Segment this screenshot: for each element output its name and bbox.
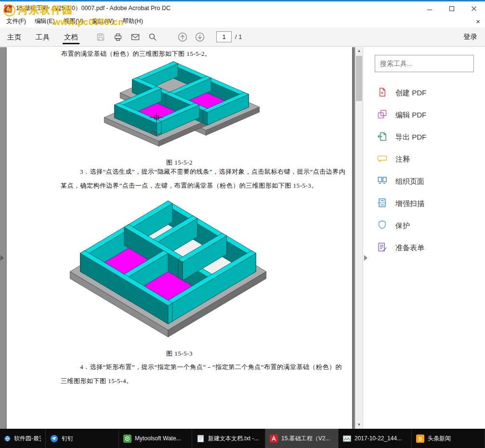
prepare-form-icon (377, 242, 388, 255)
tool-label: 编辑 PDF (395, 111, 426, 120)
paragraph3-line2: 某点，确定构件边界”点击一点，左键，布置的满堂基（粉色）的三维图形如下图 15-… (61, 181, 318, 190)
enhance-scans-icon (377, 197, 388, 210)
tool-item-export-pdf[interactable]: 导出 PDF (375, 126, 476, 148)
main-area: 布置的满堂基础（粉色）的三维图形如下图 15-5-2。 图 15-5-2 3．选… (0, 47, 485, 429)
tool-item-edit-pdf[interactable]: 编辑 PDF (375, 104, 476, 126)
tool-item-create-pdf[interactable]: 创建 PDF (375, 82, 476, 104)
page-total-label: / 1 (235, 33, 242, 40)
acrobat-icon (270, 435, 278, 443)
taskbar-item-dingtalk[interactable]: 钉钉 (46, 429, 119, 448)
document-viewport: 布置的满堂基础（粉色）的三维图形如下图 15-5-2。 图 15-5-2 3．选… (0, 47, 363, 429)
tool-item-comment[interactable]: 注释 (375, 148, 476, 170)
dingtalk-icon (50, 435, 58, 443)
tool-item-protect[interactable]: 保护 (375, 215, 476, 237)
paragraph4-line2: 三维图形如下图 15-5-4。 (61, 377, 132, 385)
paragraph4-line1: 4．选择“矩形布置”，提示“指定第一个角点”－“指定第二个角点”布置的满堂基础（… (80, 363, 342, 371)
tool-label: 准备表单 (395, 243, 424, 253)
paragraph-intro: 布置的满堂基础（粉色）的三维图形如下图 15-5-2。 (61, 50, 211, 58)
tool-item-enhance-scans[interactable]: 增强扫描 (375, 192, 476, 215)
left-panel-expand-icon[interactable] (0, 255, 4, 261)
tool-list: 创建 PDF 编辑 PDF 导出 PDF (375, 82, 476, 259)
tool-label: 增强扫描 (395, 199, 424, 208)
image-file-icon (343, 435, 351, 443)
save-button[interactable] (92, 28, 109, 46)
tool-label: 组织页面 (395, 177, 424, 186)
comment-icon (377, 153, 388, 166)
email-button[interactable] (127, 28, 144, 46)
taskbar-item-browser[interactable]: 软件园-最安... (0, 429, 46, 448)
tool-label: 导出 PDF (395, 133, 426, 142)
tool-item-prepare-form[interactable]: 准备表单 (375, 237, 476, 259)
acrobat-app-icon (4, 5, 12, 13)
figure-15-5-3 (68, 198, 268, 339)
tab-home[interactable]: 主页 (0, 27, 28, 47)
tool-label: 保护 (395, 221, 410, 230)
next-page-button[interactable] (191, 28, 209, 46)
toolbar: 主页 工具 文档 / 1 登录 (0, 27, 485, 47)
title-bar: 15.基础工程（V25.1.0）0007.pdf - Adobe Acrobat… (0, 0, 485, 15)
sogou-news-icon: S (416, 435, 424, 443)
windows-taskbar: 软件园-最安... 钉钉 Mytoolsoft Wate... 新建文本文档.t… (0, 429, 485, 448)
menu-file[interactable]: 文件(F) (2, 15, 30, 27)
svg-text:S: S (419, 435, 422, 441)
menu-bar: 文件(F) 编辑(E) 视图(V) 窗口(W) 帮助(H) × (0, 15, 485, 27)
scroll-up-icon[interactable]: ▲ (355, 47, 363, 55)
search-tools-input[interactable] (375, 55, 474, 72)
tool-label: 创建 PDF (395, 89, 426, 98)
previous-page-button[interactable] (174, 28, 191, 46)
scroll-down-icon[interactable]: ▼ (355, 421, 363, 429)
document-close-icon[interactable]: × (476, 15, 480, 27)
tool-item-organize-pages[interactable]: 组织页面 (375, 170, 476, 192)
create-pdf-icon (377, 87, 388, 100)
vertical-scrollbar[interactable]: ▲ ▼ (355, 47, 363, 429)
menu-help[interactable]: 帮助(H) (118, 15, 147, 27)
menu-window[interactable]: 窗口(W) (88, 15, 118, 27)
paragraph3-line1: 3．选择“点选生成”，提示“隐藏不需要的线条”，选择对象，点击鼠标右键，提示“点… (80, 167, 345, 176)
pdf-page: 布置的满堂基础（粉色）的三维图形如下图 15-5-2。 图 15-5-2 3．选… (7, 47, 352, 429)
notepad-icon (197, 435, 205, 443)
taskbar-item-toutiao[interactable]: S 头条新闻 (412, 429, 485, 448)
tools-sidebar: 创建 PDF 编辑 PDF 导出 PDF (363, 47, 485, 429)
organize-pages-icon (377, 175, 388, 188)
browser-icon (4, 435, 11, 443)
sidebar-collapse-icon[interactable] (364, 255, 367, 261)
maximize-button[interactable] (441, 1, 463, 15)
page-number-input[interactable] (216, 31, 232, 42)
menu-view[interactable]: 视图(V) (59, 15, 88, 27)
search-icon[interactable] (144, 28, 161, 46)
figure1-caption: 图 15-5-2 (7, 158, 352, 167)
sign-in-link[interactable]: 登录 (463, 32, 477, 41)
minimize-button[interactable] (419, 1, 441, 15)
taskbar-item-image-file[interactable]: 2017-10-22_144... (339, 429, 412, 448)
protect-icon (377, 219, 388, 232)
scrollbar-thumb[interactable] (356, 56, 362, 101)
taskbar-item-acrobat[interactable]: 15.基础工程（V2... (265, 429, 339, 448)
figure2-caption: 图 15-5-3 (7, 349, 352, 358)
window-title: 15.基础工程（V25.1.0）0007.pdf - Adobe Acrobat… (16, 4, 170, 13)
taskbar-item-mytoolsoft[interactable]: Mytoolsoft Wate... (119, 429, 192, 448)
tab-tools[interactable]: 工具 (28, 27, 57, 47)
tool-label: 注释 (395, 155, 410, 164)
edit-pdf-icon (377, 109, 388, 122)
export-pdf-icon (377, 131, 388, 144)
mytoolsoft-icon (123, 435, 131, 443)
menu-edit[interactable]: 编辑(E) (30, 15, 59, 27)
print-button[interactable] (109, 28, 127, 46)
sidebar-collapse-handle[interactable] (363, 47, 368, 429)
tab-document[interactable]: 文档 (57, 27, 85, 47)
taskbar-item-notepad[interactable]: 新建文本文档.txt -... (192, 429, 265, 448)
figure-15-5-2 (101, 60, 262, 148)
close-button[interactable] (463, 1, 485, 15)
